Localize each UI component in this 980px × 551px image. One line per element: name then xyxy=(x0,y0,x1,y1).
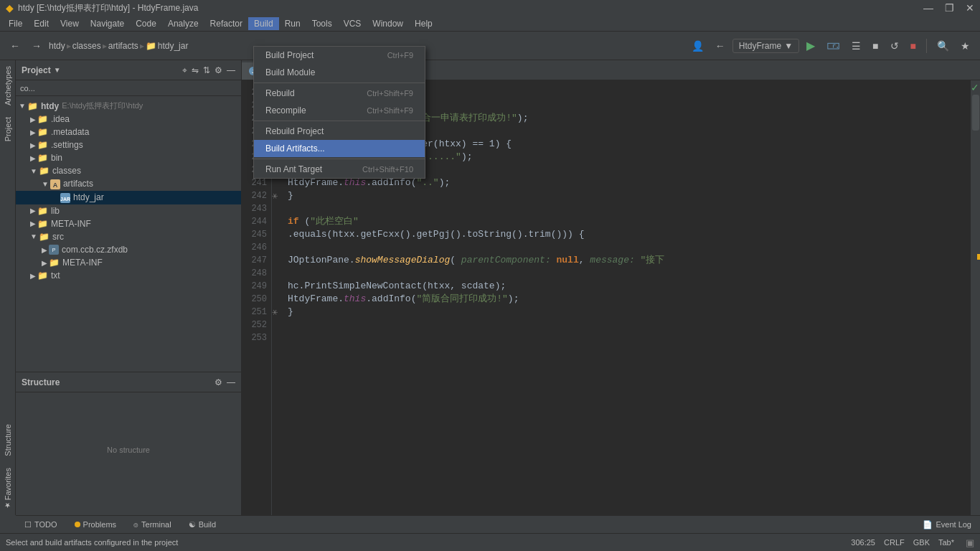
breadcrumb-htdy-jar[interactable]: htdy_jar xyxy=(158,41,189,51)
menu-navigate[interactable]: Navigate xyxy=(85,17,130,30)
tree-path-htdy: E:\htdy抵押表打印\htdy xyxy=(62,100,143,111)
debug-button[interactable]: 🀳 xyxy=(822,37,844,55)
tree-package[interactable]: ▶ P com.ccb.cz.zfxdb xyxy=(16,243,241,257)
tree-metadata[interactable]: ▶ 📁 .metadata xyxy=(16,126,241,138)
tree-meta-inf-nested[interactable]: ▶ 📁 META-INF xyxy=(16,256,241,269)
account-button[interactable]: 👤 xyxy=(687,37,708,55)
expand-all-icon[interactable]: ⇅ xyxy=(203,65,210,75)
right-scrollbar[interactable]: ✓ xyxy=(970,80,980,515)
tree-label-bin: bin xyxy=(51,153,62,163)
tree-icon-src: 📁 xyxy=(39,232,50,242)
tree-classes[interactable]: ▼ 📁 classes xyxy=(16,164,241,177)
menu-file[interactable]: File xyxy=(3,17,28,30)
file-encoding[interactable]: GBK xyxy=(913,538,930,547)
menu-code[interactable]: Code xyxy=(130,17,162,30)
line-num-248: 248 xyxy=(242,267,271,280)
build-module-item[interactable]: Build Module xyxy=(254,64,425,81)
tree-txt[interactable]: ▶ 📁 txt xyxy=(16,269,241,282)
stop-button[interactable]: ■ xyxy=(906,37,920,55)
breadcrumb-htdy[interactable]: htdy xyxy=(49,41,65,51)
settings-button[interactable]: ★ xyxy=(956,37,974,55)
project-label: Project xyxy=(22,65,51,75)
build-button[interactable]: ■ xyxy=(868,37,882,55)
gutter-245 xyxy=(272,228,285,241)
scroll-from-source-icon[interactable]: ⇋ xyxy=(192,65,199,75)
project-panel-tab[interactable]: Project xyxy=(1,111,14,147)
recompile-shortcut: Ctrl+Shift+F9 xyxy=(367,106,413,115)
build-artifacts-item[interactable]: Build Artifacts... xyxy=(254,140,425,157)
menu-analyze[interactable]: Analyze xyxy=(162,17,204,30)
minimize-button[interactable]: — xyxy=(923,2,933,14)
event-log-icon: 📄 xyxy=(923,520,933,529)
breadcrumb-artifacts[interactable]: artifacts xyxy=(108,41,138,51)
search-everywhere-button[interactable]: 🔍 xyxy=(933,37,953,55)
back-button[interactable]: ← xyxy=(6,37,24,55)
breadcrumb-classes[interactable]: classes xyxy=(72,41,101,51)
build-project-shortcut: Ctrl+F9 xyxy=(387,51,413,60)
left-panel-strip: Archetypes Project Structure ★Favorites xyxy=(0,60,16,515)
project-tree[interactable]: ▼ 📁 htdy E:\htdy抵押表打印\htdy ▶ 📁 .idea ▶ 📁… xyxy=(16,96,241,372)
menu-edit[interactable]: Edit xyxy=(28,17,55,30)
menu-run[interactable]: Run xyxy=(279,17,306,30)
build-dropdown-menu[interactable]: Build Project Ctrl+F9 Build Module Rebui… xyxy=(253,46,425,179)
tree-htdy-jar[interactable]: ▶ JAR htdy_jar xyxy=(16,191,241,204)
event-log-tab[interactable]: 📄 Event Log xyxy=(914,517,980,532)
menu-tools[interactable]: Tools xyxy=(306,17,338,30)
favorites-panel-tab[interactable]: ★Favorites xyxy=(1,462,14,515)
tree-bin[interactable]: ▶ 📁 bin xyxy=(16,151,241,164)
tab-terminal[interactable]: ⌾ Terminal xyxy=(125,517,180,532)
tab-problems[interactable]: Problems xyxy=(66,517,125,532)
project-dropdown-arrow[interactable]: ▼ xyxy=(54,66,61,74)
close-button[interactable]: ✕ xyxy=(966,2,974,14)
indent-type[interactable]: Tab* xyxy=(938,538,954,547)
rebuild-project-item[interactable]: Rebuild Project xyxy=(254,123,425,140)
menu-window[interactable]: Window xyxy=(367,17,409,30)
tree-arrow-lib: ▶ xyxy=(30,207,36,215)
maximize-button[interactable]: ❐ xyxy=(945,2,954,14)
run-button[interactable]: ▶ xyxy=(802,36,819,55)
tree-lib[interactable]: ▶ 📁 lib xyxy=(16,204,241,217)
menu-view[interactable]: View xyxy=(55,17,85,30)
rebuild-item[interactable]: Rebuild Ctrl+Shift+F9 xyxy=(254,85,425,102)
notification-icon: ▣ xyxy=(966,537,974,548)
run-ant-item[interactable]: Run Ant Target Ctrl+Shift+F10 xyxy=(254,161,425,178)
back-nav-button[interactable]: ← xyxy=(711,37,730,55)
tree-idea[interactable]: ▶ 📁 .idea xyxy=(16,113,241,126)
build-project-item[interactable]: Build Project Ctrl+F9 xyxy=(254,47,425,64)
tree-icon-package: P xyxy=(49,245,59,255)
recompile-item[interactable]: Recompile Ctrl+Shift+F9 xyxy=(254,102,425,119)
line-ending[interactable]: CRLF xyxy=(884,538,905,547)
line-num-246: 246 xyxy=(242,241,271,254)
archetypes-panel-tab[interactable]: Archetypes xyxy=(1,60,14,111)
tab-todo[interactable]: ☐ TODO xyxy=(16,517,66,532)
structure-panel-tab[interactable]: Structure xyxy=(1,418,14,462)
tab-build[interactable]: ☯ Build xyxy=(180,517,225,532)
tree-settings[interactable]: ▶ 📁 .settings xyxy=(16,138,241,151)
line-num-242: 242 xyxy=(242,189,271,202)
locate-file-icon[interactable]: ⌖ xyxy=(182,65,187,75)
structure-settings-icon[interactable]: ⚙ xyxy=(215,377,222,387)
rerun-button[interactable]: ↺ xyxy=(886,37,903,55)
toolbar-right: 👤 ← HtdyFrame ▼ ▶ 🀳 ☰ ■ ↺ ■ 🔍 ★ xyxy=(687,36,974,55)
menu-refactor[interactable]: Refactor xyxy=(204,17,248,30)
tree-artifacts[interactable]: ▼ A artifacts xyxy=(16,177,241,191)
tree-arrow-meta-inf-top: ▶ xyxy=(30,220,36,227)
tree-label-classes: classes xyxy=(52,166,81,176)
menu-vcs[interactable]: VCS xyxy=(338,17,367,30)
structure-minimize-icon[interactable]: — xyxy=(227,377,235,387)
tree-meta-inf-top[interactable]: ▶ 📁 META-INF xyxy=(16,217,241,230)
forward-button[interactable]: → xyxy=(27,37,46,55)
gutter-250 xyxy=(272,293,285,306)
coverage-button[interactable]: ☰ xyxy=(847,37,865,55)
code-line-253 xyxy=(288,331,967,344)
tree-src[interactable]: ▼ 📁 src xyxy=(16,230,241,243)
panel-settings-icon[interactable]: ⚙ xyxy=(215,65,222,75)
event-log-label: Event Log xyxy=(936,520,971,529)
tree-root-htdy[interactable]: ▼ 📁 htdy E:\htdy抵押表打印\htdy xyxy=(16,99,241,113)
run-config-selector[interactable]: HtdyFrame ▼ xyxy=(732,39,799,53)
panel-minimize-icon[interactable]: — xyxy=(227,65,235,75)
cursor-position[interactable]: 306:25 xyxy=(851,538,875,547)
code-line-248 xyxy=(288,267,967,280)
menu-help[interactable]: Help xyxy=(409,17,438,30)
menu-build[interactable]: Build xyxy=(248,17,279,30)
